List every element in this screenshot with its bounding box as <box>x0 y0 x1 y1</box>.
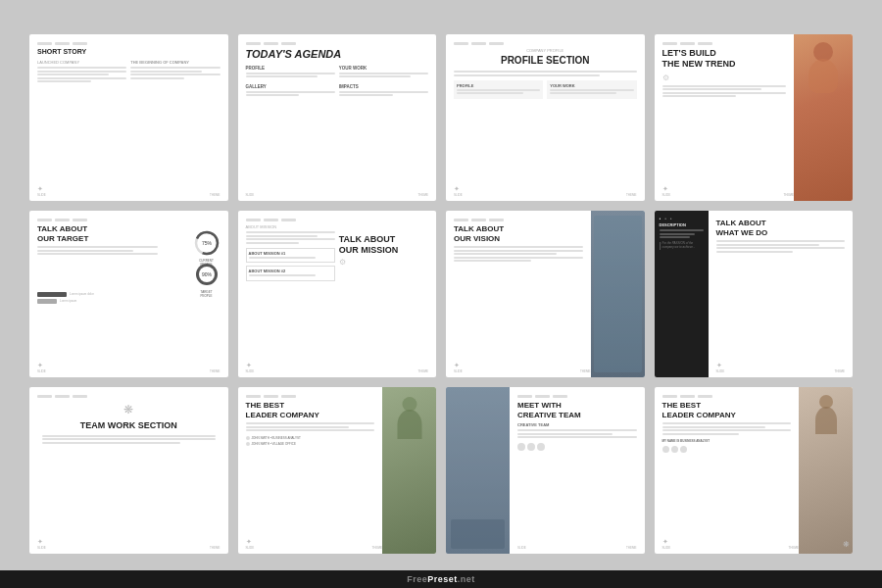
slide-4-header <box>662 42 787 45</box>
slide-3-footer: SLIDETHEME <box>454 193 637 197</box>
slide-7-text: TALK ABOUTOUR VISION ✦ SLIDETHEME <box>446 211 591 377</box>
slide-7: TALK ABOUTOUR VISION ✦ SLIDETHEME <box>446 211 645 377</box>
slide-3-header <box>454 42 637 45</box>
slide-10: THE BESTLEADER COMPANY JOHN SMITH • BUSI… <box>238 387 437 554</box>
slide-10-image <box>382 387 436 554</box>
slide-12-footer: SLIDETHEME <box>662 546 800 550</box>
slide-11-table <box>451 519 505 549</box>
slide-11-footer: SLIDETHEME <box>517 546 637 550</box>
slide-5-circle2: 90% TARGETPEOPLE <box>193 261 220 288</box>
slide-6-header <box>246 219 429 221</box>
slide-2-impacts-label: IMPACTS <box>339 84 428 89</box>
slide-12-title: THE BESTLEADER COMPANY <box>662 401 792 419</box>
slide-5: TALK ABOUTOUR TARGET 75% CURRENTPEOPLE <box>29 211 228 377</box>
slide-9-center: ❋ TEAM WORK SECTION <box>37 403 220 444</box>
slide-10-header <box>246 395 375 398</box>
slide-11-social <box>517 443 637 451</box>
slide-11: MEET WITHCREATIVE TEAM CREATIVE TEAM SLI… <box>446 387 645 554</box>
slide-2-gallery-label: GALLERY <box>246 84 335 89</box>
slide-4-deco-icon: ⚙ <box>662 74 787 82</box>
slide-5-label2: TARGETPEOPLE <box>193 290 220 298</box>
slide-1-deco: ✦ <box>37 185 43 193</box>
slide-6-title: TALK ABOUTOUR MISSION <box>339 234 428 256</box>
slide-6-deco: ✦ <box>246 362 252 369</box>
watermark-suffix: .net <box>458 574 475 584</box>
slide-11-text: MEET WITHCREATIVE TEAM CREATIVE TEAM SLI… <box>510 387 645 554</box>
slide-4-footer: SLIDETHEME <box>662 193 795 197</box>
slide-9-body <box>37 435 220 444</box>
slide-6: ABOUT MISSION ABOUT MISSION #1 ABOUT MIS… <box>238 211 437 377</box>
slide-9-deco: ✦ <box>37 538 43 546</box>
slide-11-header <box>517 395 637 398</box>
slide-12-person-body <box>815 407 837 434</box>
slide-8-header-tabs: ● ● ● <box>660 217 704 220</box>
slide-11-title: MEET WITHCREATIVE TEAM <box>517 401 637 419</box>
slide-8-dark: ● ● ● DESCRIPTION For the PASSION of the… <box>655 211 709 377</box>
slide-10-names: JOHN SMITH • BUSINESS ANALYST JOHN SMITH… <box>246 436 375 446</box>
slide-3: COMPANY PROFILE PROFILE SECTION PROFILE … <box>446 34 645 201</box>
slide-10-text: THE BESTLEADER COMPANY JOHN SMITH • BUSI… <box>238 387 383 554</box>
slide-10-person-body <box>397 410 421 439</box>
slide-4-image <box>794 34 853 201</box>
slide-8-footer: SLIDETHEME <box>716 369 846 373</box>
slide-8-light: TALK ABOUTWHAT WE DO ✦ SLIDETHEME <box>709 211 854 377</box>
slide-8-title: TALK ABOUTWHAT WE DO <box>716 219 846 237</box>
slide-1-subtitle: LAUNCHED COMPANY <box>37 60 126 65</box>
slide-10-deco: ✦ <box>246 538 252 546</box>
slide-7-header <box>454 219 583 221</box>
slide-5-deco: ✦ <box>37 362 43 369</box>
slide-9-header <box>37 395 220 398</box>
slide-3-col2: YOUR WORK <box>550 83 633 88</box>
slide-12: THE BESTLEADER COMPANY MY NAME IS BUSINE… <box>655 387 854 554</box>
slide-4-title: LET'S BUILDTHE NEW TREND <box>662 48 787 70</box>
slide-6-title-area: TALK ABOUTOUR MISSION ⚙ <box>339 224 428 281</box>
slide-8: ● ● ● DESCRIPTION For the PASSION of the… <box>655 211 854 377</box>
slide-10-footer: SLIDETHEME <box>246 546 383 550</box>
svg-text:90%: 90% <box>201 271 212 277</box>
slide-1: SHORT STORY LAUNCHED COMPANY THE BEGINNI… <box>29 34 228 201</box>
slide-12-image: ❋ <box>799 387 853 554</box>
slide-7-deco: ✦ <box>454 362 460 369</box>
slide-3-label: COMPANY PROFILE <box>454 48 637 53</box>
slide-6-box1: ABOUT MISSION #1 <box>246 248 335 264</box>
slide-4-deco: ✦ <box>662 185 668 193</box>
slide-7-image <box>591 211 645 377</box>
slide-5-charts: 75% CURRENTPEOPLE 90% TARGETPEOPLE <box>162 224 220 288</box>
slide-10-title: THE BESTLEADER COMPANY <box>246 401 375 419</box>
slide-5-title: TALK ABOUTOUR TARGET <box>37 224 158 243</box>
slide-6-deco-icon: ⚙ <box>339 258 428 267</box>
slide-5-header <box>37 219 220 221</box>
slide-2-header <box>246 42 429 45</box>
slide-5-circle1: 75% CURRENTPEOPLE <box>193 229 220 257</box>
watermark-brand: Preset <box>427 574 458 584</box>
slide-12-header <box>662 395 792 398</box>
slide-7-title: TALK ABOUTOUR VISION <box>454 224 583 243</box>
slide-6-box2: ABOUT MISSION #2 <box>246 266 335 281</box>
slide-11-label: CREATIVE TEAM <box>517 422 637 427</box>
slide-12-deco: ✦ <box>662 538 668 546</box>
slide-7-footer: SLIDETHEME <box>454 369 591 373</box>
slide-10-name2: JOHN SMITH • VILLAGE OFFICE <box>252 442 296 446</box>
slide-9-footer: SLIDETHEME <box>37 546 220 550</box>
slide-8-dark-label: DESCRIPTION <box>660 222 704 227</box>
slide-3-title: PROFILE SECTION <box>454 55 637 67</box>
slide-3-col1: PROFILE <box>457 83 540 88</box>
slide-4-person-body <box>808 59 838 93</box>
slide-8-dark-body <box>660 229 704 238</box>
slide-12-name: MY NAME IS BUSINESS ANALYST <box>662 439 792 443</box>
slide-9: ❋ TEAM WORK SECTION ✦ SLIDETHEME <box>29 387 228 554</box>
slide-12-text: THE BESTLEADER COMPANY MY NAME IS BUSINE… <box>655 387 800 554</box>
slide-6-label: ABOUT MISSION <box>246 224 335 229</box>
slide-7-image-overlay <box>594 216 642 372</box>
slide-1-title: SHORT STORY <box>37 48 220 56</box>
slide-12-social <box>662 446 792 453</box>
slide-1-section: THE BEGINNING OF COMPANY <box>130 60 220 65</box>
slide-8-quote: For the PASSION of the company we to ach… <box>660 242 704 250</box>
slide-12-deco-star: ❋ <box>843 540 850 549</box>
slides-grid: SHORT STORY LAUNCHED COMPANY THE BEGINNI… <box>10 15 872 573</box>
slide-1-footer: SLIDETHEME <box>37 193 220 197</box>
watermark: FreePreset.net <box>0 570 882 588</box>
slide-8-deco: ✦ <box>716 362 722 369</box>
slide-9-title: TEAM WORK SECTION <box>37 420 220 431</box>
watermark-prefix: Free <box>407 574 427 584</box>
